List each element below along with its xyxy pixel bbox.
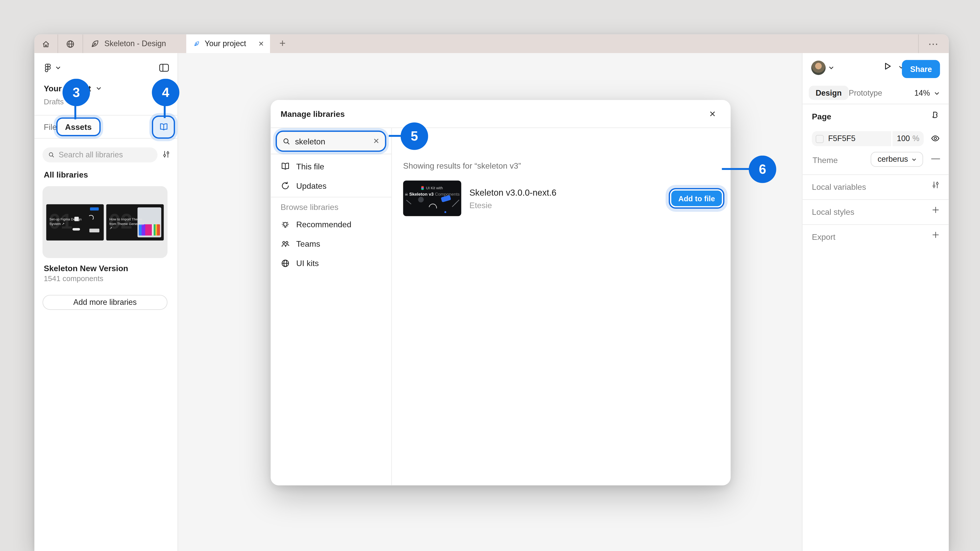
open-book-icon	[159, 122, 169, 132]
tab-label: Skeleton - Design	[104, 39, 166, 48]
present-button[interactable]	[883, 61, 892, 71]
filter-libraries-button[interactable]	[162, 150, 170, 159]
tab-your-project[interactable]: Your project ✕	[186, 35, 270, 53]
right-panel: Share Design Prototype 14% Page F5F5F5	[802, 53, 949, 551]
add-export-button[interactable]	[931, 230, 940, 239]
modal-nav: This file Updates Browse libraries Recom…	[270, 154, 391, 274]
modal-search-input[interactable]	[295, 137, 369, 146]
left-sidebar: Your project Drafts File Assets All li	[35, 53, 178, 551]
step-badge-6: 6	[749, 156, 776, 183]
sliders-icon	[162, 150, 170, 159]
libraries-button[interactable]	[153, 117, 174, 138]
page-color-field[interactable]: F5F5F5	[812, 131, 891, 146]
eye-icon	[931, 134, 940, 143]
library-name: Skeleton New Version	[44, 264, 128, 273]
styles-book-icon	[931, 110, 940, 120]
thumbnail-caption: Set-up Figma Design System ↗	[49, 217, 87, 226]
share-button[interactable]: Share	[902, 60, 940, 78]
new-tab-button[interactable]: +	[270, 35, 295, 53]
modal-body: ✕ This file Updates Browse libraries	[270, 128, 730, 486]
modal-results: Showing results for “skeleton v3” UI Kit…	[392, 128, 731, 486]
percent-sign: %	[912, 135, 919, 143]
account-menu-button[interactable]	[829, 66, 834, 69]
nav-label: UI kits	[296, 259, 319, 268]
results-note: Showing results for “skeleton v3”	[403, 161, 521, 171]
nav-ui-kits[interactable]: UI kits	[270, 254, 391, 273]
skeleton-logo-icon: ☠	[405, 192, 408, 196]
thumb-button-shape	[89, 228, 99, 232]
search-icon	[48, 151, 55, 159]
thumb-circle-shape	[418, 197, 424, 202]
local-styles-label: Local styles	[812, 207, 854, 217]
tab-label: Your project	[205, 39, 246, 48]
add-more-libraries-button[interactable]: Add more libraries	[43, 295, 168, 310]
chevron-down-icon	[912, 158, 916, 161]
add-style-button[interactable]	[931, 206, 940, 214]
theme-label: Theme	[813, 156, 838, 165]
refresh-icon	[281, 181, 290, 191]
tab-design[interactable]: Design	[809, 86, 849, 100]
browse-libraries-heading: Browse libraries	[270, 199, 391, 215]
badge-4-connector	[164, 104, 165, 118]
chevron-down-icon	[829, 66, 834, 69]
page-opacity-field[interactable]: 100 %	[892, 131, 924, 146]
theme-select[interactable]: cerberus	[870, 152, 923, 167]
tab-bar: Skeleton - Design Your project ✕ + ⋯	[35, 35, 949, 53]
nav-recommended[interactable]: Recommended	[270, 215, 391, 234]
step-badge-5: 5	[401, 122, 428, 150]
tab-skeleton-design[interactable]: Skeleton - Design	[83, 35, 186, 53]
tab-prototype[interactable]: Prototype	[849, 89, 882, 97]
close-tab-icon[interactable]: ✕	[257, 38, 265, 49]
add-to-file-button[interactable]: Add to file	[671, 191, 722, 206]
nav-this-file[interactable]: This file	[270, 157, 391, 176]
manage-libraries-modal: Manage libraries ✕ ✕ This file	[270, 100, 730, 486]
zoom-level[interactable]: 14%	[915, 89, 930, 97]
more-menu-button[interactable]: ⋯	[919, 35, 949, 53]
toggle-visibility-button[interactable]	[931, 134, 940, 143]
open-book-icon	[281, 162, 290, 171]
clear-search-icon[interactable]: ✕	[373, 137, 380, 145]
library-search-input[interactable]	[59, 151, 152, 159]
remove-theme-button[interactable]: —	[931, 153, 940, 163]
divider	[802, 224, 948, 225]
tabbar-spacer	[295, 35, 918, 53]
divider	[270, 197, 391, 197]
divider	[802, 174, 948, 175]
main-menu-button[interactable]	[43, 63, 61, 73]
tab-file[interactable]: File	[44, 122, 57, 132]
screen: Skeleton - Design Your project ✕ + ⋯	[0, 0, 980, 551]
library-search[interactable]	[43, 148, 158, 162]
nav-label: This file	[296, 162, 325, 171]
avatar[interactable]	[811, 61, 826, 75]
thumb-line1: UI Kit with	[426, 186, 443, 190]
lightbulb-icon	[281, 220, 290, 229]
zoom-menu-button[interactable]	[934, 92, 939, 95]
step-badge-3: 3	[62, 79, 90, 106]
pen-nib-icon	[194, 39, 200, 48]
result-info: Skeleton v3.0.0-next.6 Etesie	[469, 181, 556, 216]
project-location: Drafts	[44, 97, 64, 106]
thumb-toggle-shape	[73, 228, 80, 230]
nav-updates[interactable]: Updates	[270, 176, 391, 196]
open-variables-button[interactable]	[931, 181, 940, 189]
local-variables-label: Local variables	[812, 183, 866, 192]
library-card[interactable]: 01 Set-up Figma Design System ↗ 02 H	[43, 186, 168, 258]
opacity-value[interactable]: 100	[897, 135, 910, 143]
toggle-panel-button[interactable]	[159, 63, 169, 73]
sidebar-toggle-icon	[159, 63, 169, 73]
color-hex-value[interactable]: F5F5F5	[828, 135, 856, 143]
thumbnail-caption: How to Import Theme from Theme Generator…	[110, 217, 147, 230]
page-styles-button[interactable]	[931, 110, 940, 120]
nav-label: Teams	[296, 239, 320, 249]
tab-assets[interactable]: Assets	[57, 119, 99, 135]
community-button[interactable]	[58, 35, 83, 53]
home-button[interactable]	[35, 35, 58, 53]
thumb-line-shape	[455, 200, 460, 205]
badge-6-connector	[722, 168, 751, 170]
divider	[802, 104, 948, 104]
color-swatch[interactable]	[816, 135, 824, 143]
modal-search-field[interactable]: ✕	[277, 132, 385, 151]
plus-icon	[931, 206, 940, 214]
nav-teams[interactable]: Teams	[270, 234, 391, 254]
close-modal-icon[interactable]: ✕	[704, 106, 721, 122]
